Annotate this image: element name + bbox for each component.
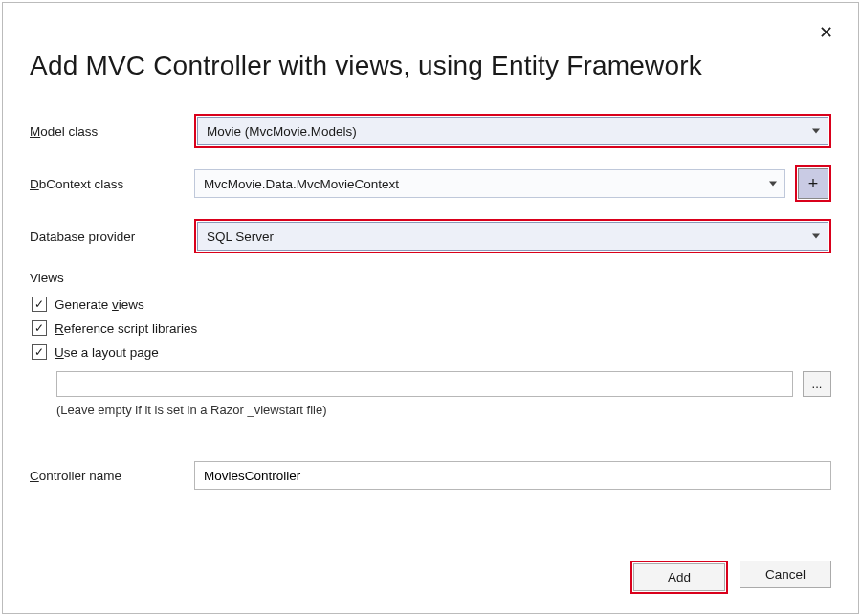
controller-name-label: Controller name [30,469,194,483]
dialog-button-row: Add Cancel [630,561,831,594]
controller-name-row: Controller name [30,461,831,490]
generate-views-label[interactable]: Generate views [55,297,144,312]
plus-icon: + [808,174,819,194]
database-provider-dropdown[interactable]: SQL Server [197,222,828,251]
model-class-dropdown[interactable]: Movie (MvcMovie.Models) [197,117,828,145]
views-section-header: Views [30,271,831,285]
use-layout-checkbox[interactable]: ✓ [32,344,47,360]
chevron-down-icon [812,234,820,239]
highlight-plus: + [795,165,831,202]
highlight-database-provider: SQL Server [194,219,831,253]
dialog-title: Add MVC Controller with views, using Ent… [30,51,831,81]
reference-scripts-row: ✓ Reference script libraries [30,320,831,336]
dbcontext-dropdown[interactable]: MvcMovie.Data.MvcMovieContext [194,169,785,198]
database-provider-value: SQL Server [207,230,274,244]
add-button[interactable]: Add [633,563,725,591]
cancel-button[interactable]: Cancel [740,561,831,588]
controller-name-input[interactable] [194,461,831,490]
close-icon[interactable]: ✕ [819,24,833,41]
dbcontext-row: DbContext class MvcMovie.Data.MvcMovieCo… [30,165,831,202]
model-class-label: Model class [30,124,194,139]
check-icon: ✓ [34,297,44,311]
use-layout-row: ✓ Use a layout page [30,344,831,360]
use-layout-label[interactable]: Use a layout page [55,345,159,360]
database-provider-row: Database provider SQL Server [30,219,831,253]
highlight-model-class: Movie (MvcMovie.Models) [194,114,831,148]
dbcontext-value: MvcMovie.Data.MvcMovieContext [204,177,399,191]
browse-layout-button[interactable]: ... [803,371,831,397]
ellipsis-icon: ... [812,377,823,391]
highlight-add-button: Add [630,561,728,594]
check-icon: ✓ [34,321,44,335]
check-icon: ✓ [34,345,44,359]
layout-page-row: ... [56,371,831,397]
reference-scripts-checkbox[interactable]: ✓ [32,320,47,336]
layout-hint: (Leave empty if it is set in a Razor _vi… [56,403,831,417]
model-class-value: Movie (MvcMovie.Models) [207,124,357,139]
layout-page-input[interactable] [56,371,793,397]
add-dbcontext-button[interactable]: + [798,168,828,199]
chevron-down-icon [769,182,777,187]
generate-views-row: ✓ Generate views [30,297,831,312]
dbcontext-label: DbContext class [30,177,194,191]
model-class-row: Model class Movie (MvcMovie.Models) [30,114,831,148]
generate-views-checkbox[interactable]: ✓ [32,297,47,312]
reference-scripts-label[interactable]: Reference script libraries [55,321,197,336]
chevron-down-icon [812,129,820,134]
database-provider-label: Database provider [30,230,194,244]
dialog-container: ✕ Add MVC Controller with views, using E… [2,2,859,614]
